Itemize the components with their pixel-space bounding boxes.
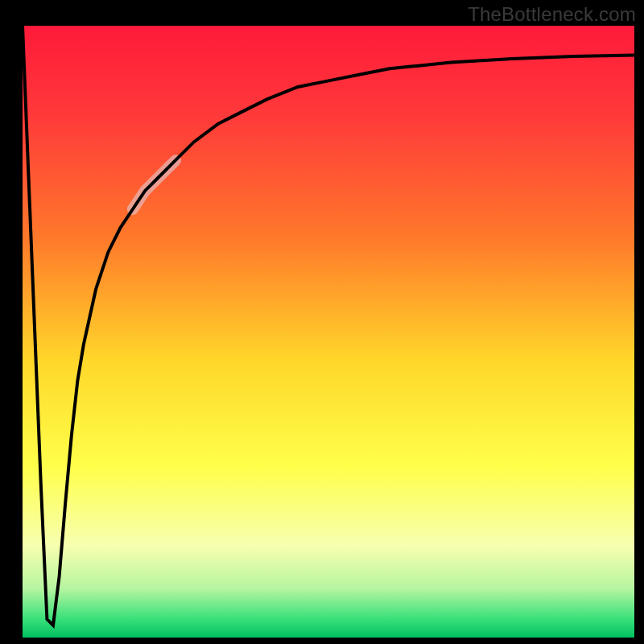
- bottleneck-plot: [23, 26, 634, 638]
- watermark-label: TheBottleneck.com: [468, 3, 636, 26]
- plot-background: [23, 26, 634, 638]
- chart-frame: TheBottleneck.com: [0, 0, 644, 644]
